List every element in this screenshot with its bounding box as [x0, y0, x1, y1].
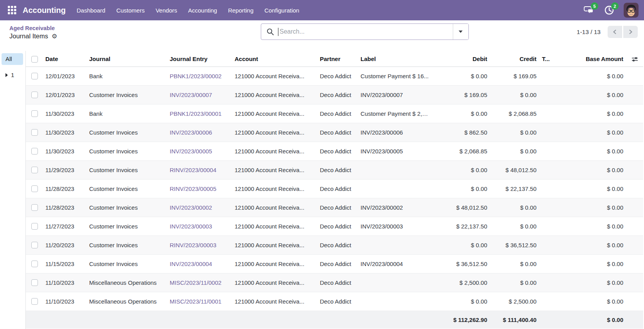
row-checkbox[interactable]: [31, 148, 38, 155]
journal-entry-link[interactable]: RINV/2023/00004: [170, 167, 216, 173]
activities-button[interactable]: 2: [603, 4, 615, 16]
journal-entry-link[interactable]: MISC/2023/11/0002: [170, 279, 221, 286]
nav-item-dashboard[interactable]: Dashboard: [77, 7, 105, 14]
nav-item-accounting[interactable]: Accounting: [188, 7, 217, 14]
journal-entry-link[interactable]: PBNK1/2023/00002: [170, 73, 222, 79]
breadcrumb: Aged Receivable Journal Items ⚙: [9, 23, 205, 40]
row-checkbox[interactable]: [31, 242, 38, 248]
journal-entry-link[interactable]: INV/2023/00003: [170, 223, 212, 230]
cell-debit: $ 2,068.85: [432, 142, 490, 160]
cell-partner: Deco Addict: [318, 142, 358, 160]
cell-base-amount: $ 0.00: [567, 217, 626, 236]
column-header-date[interactable]: Date: [43, 51, 87, 67]
journal-item-row[interactable]: 11/29/2023 Customer Invoices RINV/2023/0…: [26, 160, 643, 179]
search-dropdown-toggle[interactable]: [453, 24, 468, 40]
total-base-amount: $ 0.00: [567, 311, 626, 329]
row-checkbox[interactable]: [31, 73, 38, 79]
journal-item-row[interactable]: 11/28/2023 Customer Invoices RINV/2023/0…: [26, 179, 643, 198]
nav-item-configuration[interactable]: Configuration: [264, 7, 299, 14]
journal-entry-link[interactable]: RINV/2023/00003: [170, 242, 216, 248]
cell-debit: $ 0.00: [432, 179, 490, 198]
group-label: 1: [11, 72, 14, 78]
cell-credit: $ 48,012.50: [490, 160, 540, 179]
row-checkbox[interactable]: [31, 261, 38, 267]
cell-tax: [540, 179, 567, 198]
journal-item-row[interactable]: 11/28/2023 Customer Invoices INV/2023/00…: [26, 198, 643, 217]
cell-date: 11/28/2023: [43, 179, 87, 198]
apps-menu-button[interactable]: [5, 4, 19, 17]
cell-partner: Deco Addict: [318, 123, 358, 142]
column-header-account[interactable]: Account: [232, 51, 318, 67]
row-checkbox[interactable]: [31, 92, 38, 98]
journal-entry-link[interactable]: INV/2023/00002: [170, 204, 212, 211]
cell-journal-entry: PBNK1/2023/00002: [167, 67, 232, 85]
pager-next-button[interactable]: [623, 26, 638, 38]
row-checkbox[interactable]: [31, 298, 38, 305]
column-header-credit[interactable]: Credit: [490, 51, 540, 67]
user-avatar[interactable]: [624, 3, 639, 18]
caret-down-icon: [459, 31, 463, 33]
journal-entry-link[interactable]: INV/2023/00005: [170, 148, 212, 155]
journal-entry-link[interactable]: RINV/2023/00005: [170, 185, 216, 192]
column-header-label[interactable]: Label: [358, 51, 432, 67]
row-checkbox[interactable]: [31, 167, 38, 173]
optional-columns-icon[interactable]: [631, 56, 638, 63]
messages-button[interactable]: 5: [583, 4, 595, 16]
nav-item-vendors[interactable]: Vendors: [156, 7, 177, 14]
action-gear-icon[interactable]: ⚙: [52, 33, 57, 40]
journal-item-row[interactable]: 11/27/2023 Customer Invoices INV/2023/00…: [26, 217, 643, 236]
cell-credit: $ 2,068.85: [490, 104, 540, 123]
journal-entry-link[interactable]: INV/2023/00006: [170, 129, 212, 136]
journal-item-row[interactable]: 11/30/2023 Customer Invoices INV/2023/00…: [26, 142, 643, 160]
nav-item-reporting[interactable]: Reporting: [228, 7, 253, 14]
activities-badge: 2: [611, 2, 619, 10]
app-name[interactable]: Accounting: [23, 6, 66, 15]
column-header-partner[interactable]: Partner: [318, 51, 358, 67]
journal-entry-link[interactable]: INV/2023/00004: [170, 261, 212, 267]
cell-base-amount: $ 0.00: [567, 67, 626, 85]
row-checkbox[interactable]: [31, 279, 38, 286]
select-all-checkbox[interactable]: [31, 56, 38, 63]
column-header-tax-truncated[interactable]: T...: [540, 51, 567, 67]
journal-item-row[interactable]: 11/30/2023 Bank PBNK1/2023/00001 121000 …: [26, 104, 643, 123]
column-header-debit[interactable]: Debit: [432, 51, 490, 67]
cell-account: 121000 Account Receiva...: [232, 236, 318, 254]
row-checkbox[interactable]: [31, 204, 38, 211]
filter-all[interactable]: All: [2, 53, 23, 65]
cell-base-amount: $ 0.00: [567, 198, 626, 217]
breadcrumb-parent-link[interactable]: Aged Receivable: [9, 25, 55, 31]
journal-item-row[interactable]: 11/30/2023 Customer Invoices INV/2023/00…: [26, 123, 643, 142]
cell-journal: Customer Invoices: [87, 123, 167, 142]
row-checkbox[interactable]: [31, 223, 38, 230]
cell-journal: Customer Invoices: [87, 142, 167, 160]
nav-item-customers[interactable]: Customers: [116, 7, 145, 14]
journal-entry-link[interactable]: MISC/2023/11/0001: [170, 298, 221, 305]
cell-account: 121000 Account Receiva...: [232, 292, 318, 311]
pager-previous-button[interactable]: [608, 26, 622, 38]
journal-item-row[interactable]: 11/15/2023 Customer Invoices INV/2023/00…: [26, 254, 643, 273]
cell-partner: Deco Addict: [318, 236, 358, 254]
journal-item-row[interactable]: 11/20/2023 Customer Invoices RINV/2023/0…: [26, 236, 643, 254]
group-toggle[interactable]: 1: [5, 72, 24, 78]
column-header-journal[interactable]: Journal: [87, 51, 167, 67]
cell-label: [358, 160, 432, 179]
cell-date: 11/28/2023: [43, 198, 87, 217]
journal-entry-link[interactable]: INV/2023/00007: [170, 92, 212, 98]
search-input[interactable]: [278, 28, 453, 35]
cell-tax: [540, 67, 567, 85]
journal-item-row[interactable]: 12/01/2023 Customer Invoices INV/2023/00…: [26, 85, 643, 104]
cell-journal-entry: MISC/2023/11/0002: [167, 273, 232, 292]
journal-item-row[interactable]: 12/01/2023 Bank PBNK1/2023/00002 121000 …: [26, 67, 643, 85]
totals-row: $ 112,262.90 $ 111,400.40 $ 0.00: [26, 311, 643, 329]
cell-credit: $ 22,137.50: [490, 179, 540, 198]
journal-item-row[interactable]: 11/10/2023 Miscellaneous Operations MISC…: [26, 273, 643, 292]
journal-entry-link[interactable]: PBNK1/2023/00001: [170, 110, 222, 117]
row-checkbox[interactable]: [31, 129, 38, 136]
column-header-journal-entry[interactable]: Journal Entry: [167, 51, 232, 67]
cell-base-amount: $ 0.00: [567, 292, 626, 311]
column-header-base-amount[interactable]: Base Amount: [567, 51, 626, 67]
row-checkbox[interactable]: [31, 110, 38, 117]
journal-item-row[interactable]: 11/10/2023 Miscellaneous Operations MISC…: [26, 292, 643, 311]
cell-tax: [540, 104, 567, 123]
row-checkbox[interactable]: [31, 185, 38, 192]
